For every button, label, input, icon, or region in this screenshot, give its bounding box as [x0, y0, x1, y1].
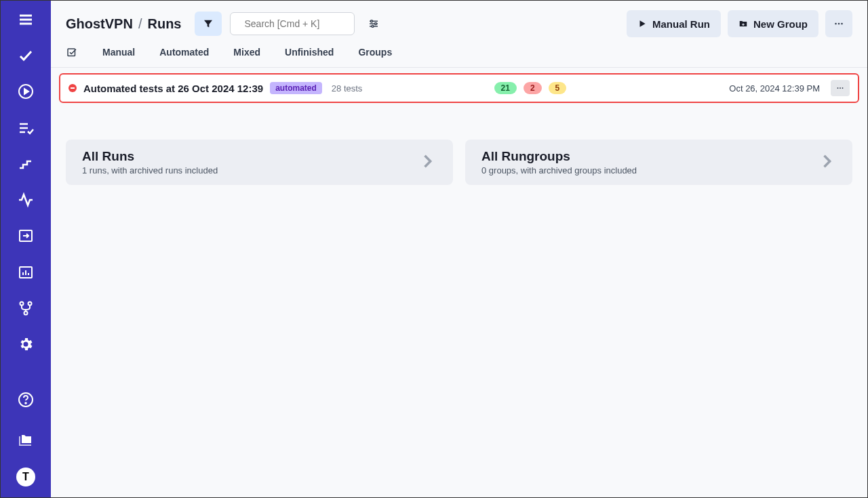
all-runs-title: All Runs [82, 149, 218, 164]
search-box[interactable] [230, 12, 355, 35]
svg-marker-29 [639, 20, 645, 26]
stairs-icon[interactable] [11, 154, 41, 173]
svg-point-26 [371, 20, 373, 22]
fail-badge: 2 [524, 82, 542, 94]
skip-badge: 5 [549, 82, 567, 94]
check-icon[interactable] [11, 46, 41, 64]
chevron-right-icon [418, 152, 437, 173]
status-fail-icon [68, 84, 77, 92]
all-rungroups-subtitle: 0 groups, with archived groups included [481, 165, 637, 175]
svg-point-33 [838, 23, 840, 25]
svg-point-14 [20, 302, 24, 306]
header: GhostVPN / Runs Manual Run New Group [51, 1, 867, 47]
summary-cards: All Runs 1 runs, with archived runs incl… [51, 103, 867, 185]
branch-icon[interactable] [11, 299, 41, 317]
main-area: GhostVPN / Runs Manual Run New Group [51, 1, 867, 497]
gear-icon[interactable] [11, 335, 41, 354]
manual-run-button[interactable]: Manual Run [627, 10, 721, 37]
automated-tag: automated [270, 82, 322, 94]
run-row[interactable]: Automated tests at 26 Oct 2024 12:39 aut… [59, 73, 859, 103]
tab-manual[interactable]: Manual [102, 47, 135, 59]
svg-marker-4 [24, 89, 28, 94]
playlist-check-icon[interactable] [11, 119, 41, 137]
svg-point-38 [842, 87, 844, 89]
folders-icon[interactable] [11, 428, 41, 450]
svg-rect-35 [68, 49, 75, 56]
hamburger-icon[interactable] [11, 10, 41, 28]
run-title: Automated tests at 26 Oct 2024 12:39 [83, 83, 263, 94]
run-date: Oct 26, 2024 12:39 PM [729, 83, 820, 94]
svg-point-36 [837, 87, 839, 89]
new-group-button[interactable]: New Group [728, 10, 818, 37]
filter-button[interactable] [195, 12, 222, 36]
header-more-button[interactable] [825, 10, 852, 37]
tab-automated[interactable]: Automated [159, 47, 209, 59]
import-icon[interactable] [11, 227, 41, 245]
tabs: Manual Automated Mixed Unfinished Groups [51, 47, 867, 68]
pass-badge: 21 [494, 82, 517, 94]
folder-plus-icon [738, 19, 748, 28]
svg-marker-20 [204, 20, 212, 28]
svg-point-32 [835, 23, 837, 25]
svg-point-27 [375, 23, 377, 25]
tab-mixed[interactable]: Mixed [233, 47, 260, 59]
sidebar: T [1, 1, 51, 497]
play-circle-icon[interactable] [11, 83, 41, 101]
breadcrumb-separator: / [138, 16, 142, 32]
tab-groups[interactable]: Groups [358, 47, 392, 59]
tab-unfinished[interactable]: Unfinished [285, 47, 334, 59]
manual-run-label: Manual Run [652, 18, 710, 30]
sliders-button[interactable] [363, 13, 384, 35]
all-rungroups-card[interactable]: All Rungroups 0 groups, with archived gr… [465, 140, 852, 185]
svg-point-37 [840, 87, 841, 89]
breadcrumb: GhostVPN / Runs [66, 16, 181, 32]
select-all-icon[interactable] [66, 47, 78, 59]
chart-icon[interactable] [11, 263, 41, 281]
all-rungroups-title: All Rungroups [481, 149, 637, 164]
svg-point-16 [24, 312, 28, 315]
app-logo[interactable]: T [16, 468, 35, 486]
all-runs-subtitle: 1 runs, with archived runs included [82, 165, 218, 175]
new-group-label: New Group [753, 18, 808, 30]
svg-point-19 [25, 402, 26, 404]
search-input[interactable] [244, 18, 363, 29]
chevron-right-icon [817, 152, 836, 173]
run-more-button[interactable] [831, 80, 850, 96]
tests-count: 28 tests [332, 83, 363, 94]
help-icon[interactable] [11, 389, 41, 411]
breadcrumb-project[interactable]: GhostVPN [66, 16, 133, 32]
svg-point-15 [28, 302, 32, 306]
svg-point-34 [841, 23, 843, 25]
breadcrumb-page: Runs [147, 16, 181, 32]
play-icon [637, 19, 647, 28]
all-runs-card[interactable]: All Runs 1 runs, with archived runs incl… [66, 140, 453, 185]
activity-icon[interactable] [11, 190, 41, 209]
svg-point-28 [372, 25, 374, 27]
